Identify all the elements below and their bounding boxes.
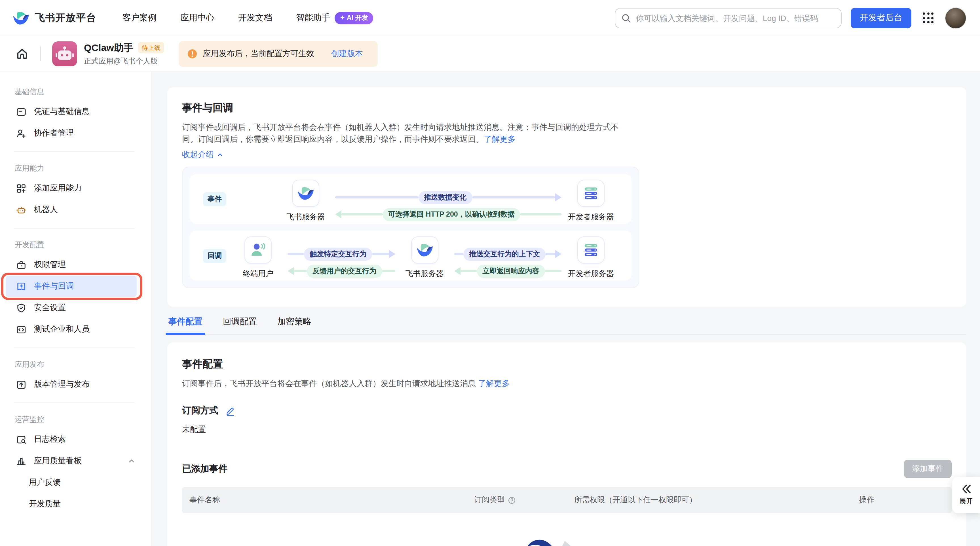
node-label: 飞书服务器 <box>287 212 325 222</box>
column-subscription-type-label: 订阅类型 <box>474 495 505 505</box>
callback-arrows-left: 触发特定交互行为 反馈用户的交互行为 <box>288 248 395 277</box>
collaborator-icon <box>16 128 27 139</box>
expand-panel-button[interactable]: 展开 <box>952 477 980 513</box>
server-icon <box>578 180 605 207</box>
sidebar-subitem-dev-quality[interactable]: 开发质量 <box>0 493 151 515</box>
subscription-value: 未配置 <box>182 425 951 435</box>
arrow-label: 立即返回响应内容 <box>477 265 545 278</box>
app-header-bar: QClaw助手 待上线 正式应用@飞书个人版 应用发布后，当前配置方可生效 创建… <box>0 36 980 71</box>
publish-notice-banner: 应用发布后，当前配置方可生效 创建版本 <box>179 41 378 67</box>
chevron-up-icon <box>216 151 223 158</box>
home-button[interactable] <box>15 47 29 60</box>
sidebar-subitem-user-feedback[interactable]: 用户反馈 <box>0 472 151 493</box>
node-label: 终端用户 <box>243 269 274 279</box>
arrowhead-right-icon <box>555 250 562 258</box>
backward-arrow: 立即返回响应内容 <box>454 265 562 277</box>
app-switcher[interactable]: QClaw助手 待上线 正式应用@飞书个人版 <box>52 41 164 66</box>
user-avatar[interactable] <box>945 7 966 29</box>
sidebar-section-release: 应用发布 <box>0 356 151 374</box>
node-label: 开发者服务器 <box>568 269 614 279</box>
sidebar-item-label: 日志检索 <box>34 434 66 444</box>
events-table-header: 事件名称 订阅类型 所需权限（开通以下任一权限即可） 操作 <box>182 487 951 513</box>
feishu-logo-icon <box>13 10 30 26</box>
sidebar-item-version-release[interactable]: 版本管理与发布 <box>0 374 151 395</box>
callback-badge: 回调 <box>203 249 226 263</box>
intro-description: 订阅事件或回调后，飞书开放平台将会在事件（如机器人入群）发生时向请求地址推送消息… <box>182 121 628 145</box>
app-name: QClaw助手 <box>84 41 133 54</box>
brand-logo[interactable]: 飞书开放平台 <box>13 10 96 26</box>
top-navbar: 飞书开放平台 客户案例 应用中心 开发文档 智能助手 ✦ AI 开发 开发者后台 <box>0 0 980 36</box>
nav-link-docs[interactable]: 开发文档 <box>238 13 272 23</box>
arrowhead-left-icon <box>335 210 341 218</box>
page-title: 事件与回调 <box>182 101 951 114</box>
collapse-intro-label: 收起介绍 <box>182 150 214 160</box>
event-flow-row: 事件 飞书服务器 推送数据变化 <box>189 174 632 224</box>
tab-encryption-policy[interactable]: 加密策略 <box>276 313 312 335</box>
sidebar-item-label: 应用质量看板 <box>34 456 82 466</box>
sidebar-item-security[interactable]: 安全设置 <box>0 297 151 319</box>
forward-arrow: 推送数据变化 <box>335 191 562 203</box>
status-badge: 待上线 <box>138 42 164 53</box>
search-icon <box>621 13 631 25</box>
search-input[interactable] <box>615 8 842 28</box>
server-icon <box>578 236 605 263</box>
sidebar-item-log-search[interactable]: 日志检索 <box>0 429 151 450</box>
divider <box>14 403 134 403</box>
app-grid-icon[interactable] <box>920 10 936 25</box>
feishu-server-node: 飞书服务器 <box>278 180 333 222</box>
shield-check-icon <box>16 303 27 313</box>
log-search-icon <box>16 434 27 445</box>
edit-pencil-icon[interactable] <box>225 406 235 416</box>
nav-link-appcenter[interactable]: 应用中心 <box>180 13 215 23</box>
divider <box>40 46 41 61</box>
learn-more-link[interactable]: 了解更多 <box>478 379 510 388</box>
sidebar-item-bot[interactable]: 机器人 <box>0 199 151 221</box>
developer-server-node: 开发者服务器 <box>564 180 618 222</box>
node-label: 开发者服务器 <box>568 212 614 222</box>
create-version-link[interactable]: 创建版本 <box>331 48 363 59</box>
nav-right-group: 开发者后台 <box>615 7 966 29</box>
sidebar-item-label: 权限管理 <box>34 260 66 270</box>
forward-arrow: 触发特定交互行为 <box>288 248 395 260</box>
developer-console-button[interactable]: 开发者后台 <box>851 8 912 28</box>
sidebar: 基础信息 凭证与基础信息 协作者管理 应用能力 添加应用能力 机器人 开发配置 … <box>0 71 152 546</box>
backward-arrow: 反馈用户的交互行为 <box>288 265 395 277</box>
arrow-label: 触发特定交互行为 <box>304 248 372 260</box>
sidebar-item-add-capability[interactable]: 添加应用能力 <box>0 178 151 199</box>
sidebar-item-credentials[interactable]: 凭证与基础信息 <box>0 101 151 122</box>
callback-flow-row: 回调 终端用户 触发特定交互行为 <box>189 231 632 281</box>
add-capability-icon <box>16 183 27 194</box>
chevron-up-icon[interactable] <box>127 457 135 465</box>
column-actions: 操作 <box>851 495 951 505</box>
sidebar-section-basic: 基础信息 <box>0 83 151 101</box>
app-info: QClaw助手 待上线 正式应用@飞书个人版 <box>84 41 164 66</box>
callback-arrows-right: 推送交互行为的上下文 立即返回响应内容 <box>454 248 562 277</box>
sidebar-item-quality-dashboard[interactable]: 应用质量看板 <box>0 450 151 472</box>
divider <box>14 348 134 348</box>
sidebar-item-permissions[interactable]: 权限管理 <box>0 254 151 276</box>
help-question-icon[interactable] <box>508 496 516 504</box>
brand-name: 飞书开放平台 <box>35 11 96 24</box>
added-events-header: 已添加事件 添加事件 <box>182 460 951 478</box>
tab-callback-config[interactable]: 回调配置 <box>222 313 258 335</box>
add-event-button[interactable]: 添加事件 <box>904 460 951 478</box>
feishu-server-node: 飞书服务器 <box>397 236 452 279</box>
sidebar-item-test-company[interactable]: 测试企业和人员 <box>0 319 151 340</box>
robot-icon <box>16 205 27 215</box>
sidebar-item-collaborators[interactable]: 协作者管理 <box>0 122 151 144</box>
code-brackets-icon <box>16 324 27 335</box>
nav-link-ai-label: 智能助手 <box>296 13 330 23</box>
nav-link-cases[interactable]: 客户案例 <box>123 13 156 23</box>
ai-dev-badge: ✦ AI 开发 <box>335 12 373 24</box>
tab-event-config[interactable]: 事件配置 <box>167 313 204 335</box>
nav-link-ai-assistant[interactable]: 智能助手 ✦ AI 开发 <box>296 12 373 24</box>
collapse-intro-link[interactable]: 收起介绍 <box>182 150 951 160</box>
config-tabs: 事件配置 回调配置 加密策略 <box>167 313 966 335</box>
arrow-label: 可选择返回 HTTP 200，以确认收到数据 <box>383 208 520 221</box>
event-config-description-text: 订阅事件后，飞书开放平台将会在事件（如机器人入群）发生时向请求地址推送消息 <box>182 379 478 388</box>
bar-chart-icon <box>16 456 27 466</box>
learn-more-link[interactable]: 了解更多 <box>484 134 515 143</box>
app-icon-robot <box>52 41 77 66</box>
sidebar-item-events-callbacks[interactable]: 事件与回调 <box>6 276 137 297</box>
feishu-open-platform-page: 飞书开放平台 客户案例 应用中心 开发文档 智能助手 ✦ AI 开发 开发者后台 <box>0 0 980 546</box>
